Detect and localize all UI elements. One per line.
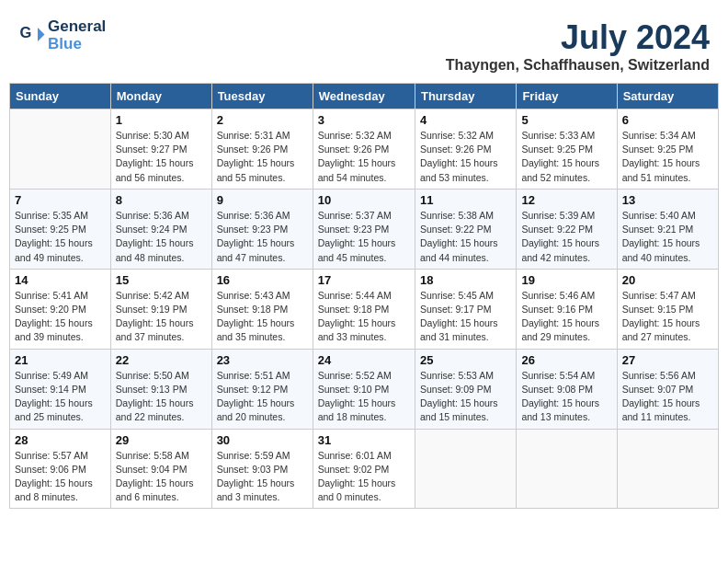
cell-info: Sunrise: 5:50 AM Sunset: 9:13 PM Dayligh… [116, 369, 207, 425]
cell-info: Sunrise: 5:34 AM Sunset: 9:25 PM Dayligh… [622, 129, 713, 185]
calendar-header-row: SundayMondayTuesdayWednesdayThursdayFrid… [10, 84, 719, 109]
calendar-table: SundayMondayTuesdayWednesdayThursdayFrid… [9, 83, 719, 509]
calendar-cell: 28Sunrise: 5:57 AM Sunset: 9:06 PM Dayli… [10, 429, 111, 509]
logo-line2: Blue [48, 36, 106, 53]
day-number: 7 [15, 193, 106, 207]
cell-info: Sunrise: 6:01 AM Sunset: 9:02 PM Dayligh… [318, 449, 410, 505]
calendar-cell: 20Sunrise: 5:47 AM Sunset: 9:15 PM Dayli… [617, 269, 718, 349]
day-number: 29 [116, 433, 207, 447]
calendar-cell: 19Sunrise: 5:46 AM Sunset: 9:16 PM Dayli… [517, 269, 617, 349]
logo-icon: G [18, 22, 46, 50]
cell-info: Sunrise: 5:38 AM Sunset: 9:22 PM Dayligh… [420, 209, 511, 265]
day-number: 1 [116, 113, 207, 127]
day-number: 12 [521, 193, 611, 207]
calendar-cell [517, 429, 617, 509]
day-number: 21 [15, 353, 106, 367]
cell-info: Sunrise: 5:51 AM Sunset: 9:12 PM Dayligh… [217, 369, 308, 425]
column-header-friday: Friday [517, 84, 617, 109]
logo-line1: General [48, 18, 106, 36]
calendar-cell: 26Sunrise: 5:54 AM Sunset: 9:08 PM Dayli… [517, 349, 617, 429]
day-number: 27 [622, 353, 713, 367]
calendar-cell: 27Sunrise: 5:56 AM Sunset: 9:07 PM Dayli… [617, 349, 718, 429]
calendar-cell: 16Sunrise: 5:43 AM Sunset: 9:18 PM Dayli… [211, 269, 313, 349]
calendar-cell [617, 429, 718, 509]
calendar-cell: 8Sunrise: 5:36 AM Sunset: 9:24 PM Daylig… [110, 189, 211, 269]
calendar-cell: 1Sunrise: 5:30 AM Sunset: 9:27 PM Daylig… [110, 109, 211, 190]
day-number: 25 [420, 353, 511, 367]
day-number: 23 [217, 353, 308, 367]
day-number: 20 [622, 273, 713, 287]
cell-info: Sunrise: 5:44 AM Sunset: 9:18 PM Dayligh… [318, 289, 410, 345]
cell-info: Sunrise: 5:35 AM Sunset: 9:25 PM Dayligh… [15, 209, 106, 265]
day-number: 4 [420, 113, 511, 127]
calendar-cell: 11Sunrise: 5:38 AM Sunset: 9:22 PM Dayli… [415, 189, 516, 269]
day-number: 28 [15, 433, 106, 447]
day-number: 30 [217, 433, 308, 447]
cell-info: Sunrise: 5:52 AM Sunset: 9:10 PM Dayligh… [318, 369, 410, 425]
day-number: 2 [217, 113, 308, 127]
calendar-cell: 5Sunrise: 5:33 AM Sunset: 9:25 PM Daylig… [517, 109, 617, 190]
cell-info: Sunrise: 5:30 AM Sunset: 9:27 PM Dayligh… [116, 129, 207, 185]
cell-info: Sunrise: 5:33 AM Sunset: 9:25 PM Dayligh… [521, 129, 611, 185]
cell-info: Sunrise: 5:47 AM Sunset: 9:15 PM Dayligh… [622, 289, 713, 345]
calendar-cell: 6Sunrise: 5:34 AM Sunset: 9:25 PM Daylig… [617, 109, 718, 190]
day-number: 22 [116, 353, 207, 367]
cell-info: Sunrise: 5:49 AM Sunset: 9:14 PM Dayligh… [15, 369, 106, 425]
calendar-cell: 30Sunrise: 5:59 AM Sunset: 9:03 PM Dayli… [211, 429, 313, 509]
calendar-cell: 25Sunrise: 5:53 AM Sunset: 9:09 PM Dayli… [415, 349, 516, 429]
column-header-tuesday: Tuesday [211, 84, 313, 109]
cell-info: Sunrise: 5:46 AM Sunset: 9:16 PM Dayligh… [521, 289, 611, 345]
month-year-title: July 2024 [446, 18, 710, 57]
day-number: 26 [521, 353, 611, 367]
calendar-cell: 4Sunrise: 5:32 AM Sunset: 9:26 PM Daylig… [415, 109, 516, 190]
calendar-cell: 3Sunrise: 5:32 AM Sunset: 9:26 PM Daylig… [313, 109, 415, 190]
day-number: 10 [318, 193, 410, 207]
cell-info: Sunrise: 5:37 AM Sunset: 9:23 PM Dayligh… [318, 209, 410, 265]
column-header-wednesday: Wednesday [313, 84, 415, 109]
cell-info: Sunrise: 5:40 AM Sunset: 9:21 PM Dayligh… [622, 209, 713, 265]
day-number: 17 [318, 273, 410, 287]
calendar-cell: 9Sunrise: 5:36 AM Sunset: 9:23 PM Daylig… [211, 189, 313, 269]
calendar-cell: 12Sunrise: 5:39 AM Sunset: 9:22 PM Dayli… [517, 189, 617, 269]
calendar-week-row: 21Sunrise: 5:49 AM Sunset: 9:14 PM Dayli… [10, 349, 719, 429]
cell-info: Sunrise: 5:32 AM Sunset: 9:26 PM Dayligh… [318, 129, 410, 185]
calendar-cell: 2Sunrise: 5:31 AM Sunset: 9:26 PM Daylig… [211, 109, 313, 190]
day-number: 14 [15, 273, 106, 287]
cell-info: Sunrise: 5:57 AM Sunset: 9:06 PM Dayligh… [15, 449, 106, 505]
cell-info: Sunrise: 5:36 AM Sunset: 9:23 PM Dayligh… [217, 209, 308, 265]
day-number: 19 [521, 273, 611, 287]
column-header-monday: Monday [110, 84, 211, 109]
location-subtitle: Thayngen, Schaffhausen, Switzerland [446, 57, 710, 74]
day-number: 31 [318, 433, 410, 447]
cell-info: Sunrise: 5:54 AM Sunset: 9:08 PM Dayligh… [521, 369, 611, 425]
logo: G General Blue [18, 18, 106, 52]
svg-text:G: G [20, 23, 32, 40]
calendar-cell: 15Sunrise: 5:42 AM Sunset: 9:19 PM Dayli… [110, 269, 211, 349]
day-number: 6 [622, 113, 713, 127]
column-header-saturday: Saturday [617, 84, 718, 109]
cell-info: Sunrise: 5:39 AM Sunset: 9:22 PM Dayligh… [521, 209, 611, 265]
cell-info: Sunrise: 5:42 AM Sunset: 9:19 PM Dayligh… [116, 289, 207, 345]
day-number: 18 [420, 273, 511, 287]
svg-marker-1 [38, 28, 45, 41]
cell-info: Sunrise: 5:45 AM Sunset: 9:17 PM Dayligh… [420, 289, 511, 345]
column-header-sunday: Sunday [10, 84, 111, 109]
calendar-cell: 23Sunrise: 5:51 AM Sunset: 9:12 PM Dayli… [211, 349, 313, 429]
calendar-cell: 17Sunrise: 5:44 AM Sunset: 9:18 PM Dayli… [313, 269, 415, 349]
calendar-cell: 7Sunrise: 5:35 AM Sunset: 9:25 PM Daylig… [10, 189, 111, 269]
cell-info: Sunrise: 5:43 AM Sunset: 9:18 PM Dayligh… [217, 289, 308, 345]
cell-info: Sunrise: 5:56 AM Sunset: 9:07 PM Dayligh… [622, 369, 713, 425]
cell-info: Sunrise: 5:53 AM Sunset: 9:09 PM Dayligh… [420, 369, 511, 425]
calendar-cell: 21Sunrise: 5:49 AM Sunset: 9:14 PM Dayli… [10, 349, 111, 429]
calendar-week-row: 7Sunrise: 5:35 AM Sunset: 9:25 PM Daylig… [10, 189, 719, 269]
calendar-cell: 24Sunrise: 5:52 AM Sunset: 9:10 PM Dayli… [313, 349, 415, 429]
day-number: 3 [318, 113, 410, 127]
calendar-cell: 13Sunrise: 5:40 AM Sunset: 9:21 PM Dayli… [617, 189, 718, 269]
calendar-cell: 29Sunrise: 5:58 AM Sunset: 9:04 PM Dayli… [110, 429, 211, 509]
cell-info: Sunrise: 5:32 AM Sunset: 9:26 PM Dayligh… [420, 129, 511, 185]
calendar-week-row: 1Sunrise: 5:30 AM Sunset: 9:27 PM Daylig… [10, 109, 719, 190]
cell-info: Sunrise: 5:41 AM Sunset: 9:20 PM Dayligh… [15, 289, 106, 345]
header: G General Blue July 2024 Thayngen, Schaf… [9, 9, 719, 78]
calendar-cell: 14Sunrise: 5:41 AM Sunset: 9:20 PM Dayli… [10, 269, 111, 349]
cell-info: Sunrise: 5:58 AM Sunset: 9:04 PM Dayligh… [116, 449, 207, 505]
